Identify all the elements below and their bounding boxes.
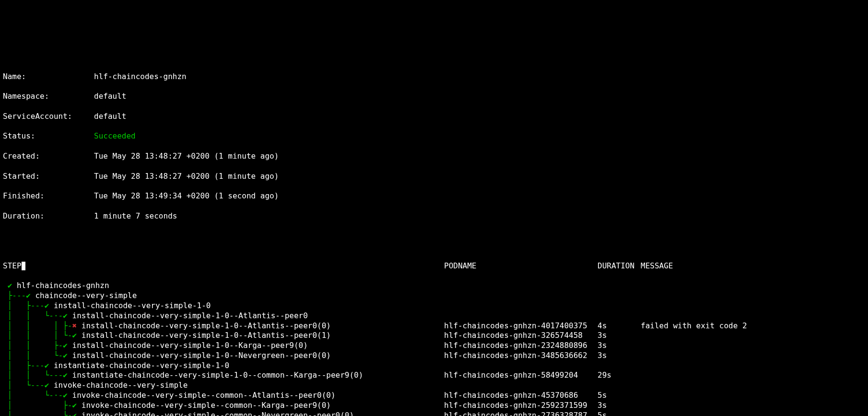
pod-name	[444, 311, 598, 321]
status-ok-icon: ✔	[72, 401, 77, 410]
meta-label-serviceaccount: ServiceAccount:	[3, 112, 94, 122]
status-ok-icon: ✔	[45, 381, 49, 390]
pod-name	[444, 291, 598, 301]
step-name: instantiate-chaincode--very-simple-1-0--…	[72, 370, 364, 380]
step-name: install-chaincode--very-simple-1-0--Neve…	[72, 351, 331, 360]
tree-branch-prefix: │ │ │ └-	[3, 331, 72, 340]
meta-value-status: Succeeded	[94, 131, 136, 140]
status-ok-icon: ✔	[8, 281, 12, 290]
tree-row: │ │ │ ├-✖ install-chaincode--very-simple…	[3, 321, 865, 331]
step-name: invoke-chaincode--very-simple--common--A…	[72, 391, 336, 400]
terminal-cursor-icon	[22, 262, 26, 270]
meta-value-created: Tue May 28 13:48:27 +0200 (1 minute ago)	[94, 151, 279, 161]
tree-row: │ └-✔ invoke-chaincode--very-simple--com…	[3, 411, 865, 416]
step-name: install-chaincode--very-simple-1-0--Karg…	[72, 341, 308, 350]
tree-row: │ └-·-✔ invoke-chaincode--very-simple--c…	[3, 391, 865, 401]
tree-branch-prefix: ├---	[3, 291, 26, 300]
header-message: MESSAGE	[641, 261, 865, 271]
step-message	[641, 381, 865, 391]
meta-label-duration: Duration:	[3, 211, 94, 221]
pod-name: hlf-chaincodes-gnhzn-326574458	[444, 331, 598, 341]
terminal-output: { "meta": { "name_label": "Name:", "name…	[0, 20, 868, 416]
step-duration	[598, 381, 641, 391]
meta-value-name: hlf-chaincodes-gnhzn	[94, 72, 187, 81]
step-message	[641, 291, 865, 301]
step-message	[641, 370, 865, 381]
step-duration: 3s	[598, 331, 641, 341]
tree-branch-prefix: │ ├---	[3, 301, 45, 310]
status-ok-icon: ✔	[63, 341, 68, 350]
step-name: install-chaincode--very-simple-1-0--Atla…	[72, 311, 308, 320]
step-duration	[598, 291, 641, 301]
pod-name: hlf-chaincodes-gnhzn-4017400375	[444, 321, 598, 331]
pod-name: hlf-chaincodes-gnhzn-2736328787	[444, 411, 598, 416]
step-duration	[598, 361, 641, 371]
step-duration	[598, 301, 641, 311]
pod-name: hlf-chaincodes-gnhzn-45370686	[444, 391, 598, 401]
header-step: STEP	[3, 261, 22, 270]
meta-label-status: Status:	[3, 131, 94, 141]
tree-branch-prefix: │ ├---	[3, 361, 45, 370]
pod-name	[444, 301, 598, 311]
tree-row: ✔ hlf-chaincodes-gnhzn	[3, 281, 865, 291]
tree-row: ├---✔ chaincode--very-simple	[3, 291, 865, 301]
meta-label-started: Started:	[3, 172, 94, 182]
tree-branch-prefix: │ └---	[3, 381, 45, 390]
step-name: install-chaincode--very-simple-1-0--Atla…	[82, 331, 331, 340]
status-ok-icon: ✔	[63, 370, 68, 380]
pod-name	[444, 381, 598, 391]
pod-name: hlf-chaincodes-gnhzn-2592371599	[444, 401, 598, 411]
status-ok-icon: ✔	[63, 391, 68, 400]
status-ok-icon: ✔	[72, 411, 77, 416]
meta-value-started: Tue May 28 13:48:27 +0200 (1 minute ago)	[94, 172, 279, 181]
step-message	[641, 411, 865, 416]
status-ok-icon: ✔	[63, 351, 68, 360]
status-ok-icon: ✔	[63, 311, 68, 320]
tree-row: │ ├-✔ invoke-chaincode--very-simple--com…	[3, 401, 865, 411]
step-message	[641, 281, 865, 291]
status-ok-icon: ✔	[45, 361, 49, 370]
pod-name: hlf-chaincodes-gnhzn-3485636662	[444, 351, 598, 361]
meta-label-name: Name:	[3, 72, 94, 82]
step-duration	[598, 311, 641, 321]
tree-row: │ │ ├-✔ install-chaincode--very-simple-1…	[3, 341, 865, 351]
step-name: instantiate-chaincode--very-simple-1-0	[54, 361, 229, 370]
status-ok-icon: ✔	[45, 301, 49, 310]
meta-label-created: Created:	[3, 151, 94, 162]
tree-branch-prefix: │ │ │ ├-	[3, 321, 72, 330]
status-ok-icon: ✔	[26, 291, 31, 300]
step-duration: 4s	[598, 321, 641, 331]
pod-name: hlf-chaincodes-gnhzn-58499204	[444, 370, 598, 381]
meta-label-finished: Finished:	[3, 191, 94, 201]
step-name: invoke-chaincode--very-simple--common--K…	[82, 401, 331, 410]
step-name: install-chaincode--very-simple-1-0	[54, 301, 211, 310]
meta-value-namespace: default	[94, 92, 126, 101]
tree-branch-prefix: │ └-·-	[3, 391, 63, 400]
step-message	[641, 401, 865, 411]
header-podname: PODNAME	[444, 261, 598, 271]
step-duration	[598, 281, 641, 291]
tree-header-row: STEPPODNAMEDURATIONMESSAGE	[3, 261, 865, 271]
step-message	[641, 391, 865, 401]
step-name: invoke-chaincode--very-simple--common--N…	[82, 411, 354, 416]
workflow-step-tree: ✔ hlf-chaincodes-gnhzn ├---✔ chaincode--…	[3, 281, 865, 416]
step-duration: 3s	[598, 401, 641, 411]
meta-value-duration: 1 minute 7 seconds	[94, 211, 177, 220]
step-name: install-chaincode--very-simple-1-0--Atla…	[82, 321, 331, 330]
tree-branch-prefix: │ │ └---	[3, 370, 63, 380]
step-duration: 29s	[598, 370, 641, 381]
status-fail-icon: ✖	[72, 321, 77, 330]
status-ok-icon: ✔	[72, 331, 77, 340]
tree-branch-prefix: │ ├-	[3, 401, 72, 410]
step-duration: 3s	[598, 341, 641, 351]
tree-branch-prefix: │ └-	[3, 411, 72, 416]
tree-row: │ │ └-·-✔ install-chaincode--very-simple…	[3, 311, 865, 321]
tree-row: │ ├---✔ instantiate-chaincode--very-simp…	[3, 361, 865, 371]
tree-row: │ │ └-✔ install-chaincode--very-simple-1…	[3, 351, 865, 361]
tree-row: │ ├---✔ install-chaincode--very-simple-1…	[3, 301, 865, 311]
tree-row: │ │ └---✔ instantiate-chaincode--very-si…	[3, 370, 865, 381]
step-name: invoke-chaincode--very-simple	[54, 381, 188, 390]
step-duration: 5s	[598, 411, 641, 416]
header-duration: DURATION	[598, 261, 641, 271]
step-message: failed with exit code 2	[641, 321, 865, 331]
